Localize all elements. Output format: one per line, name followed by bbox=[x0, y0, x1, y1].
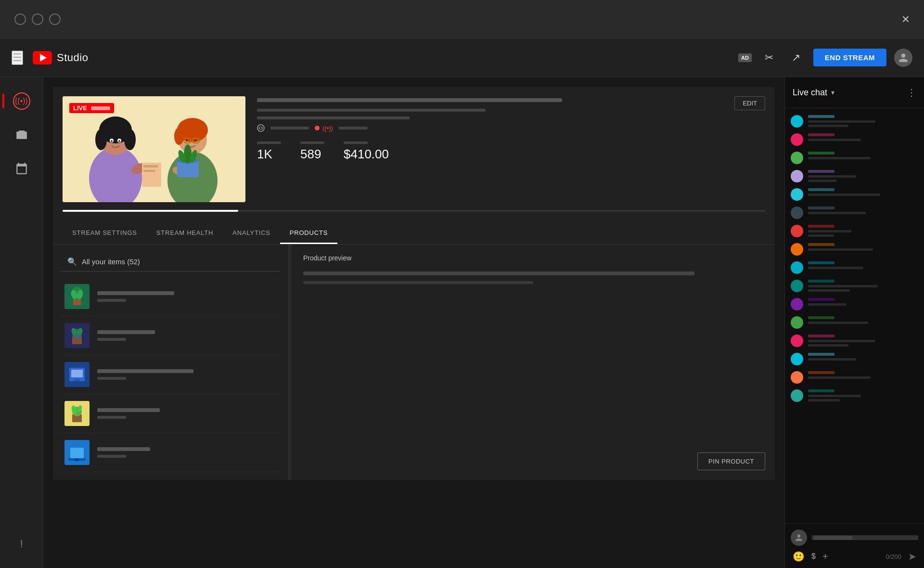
svg-rect-41 bbox=[71, 370, 83, 377]
studio-label: Studio bbox=[57, 52, 88, 64]
chat-avatar bbox=[791, 243, 803, 256]
chat-avatar bbox=[791, 261, 803, 274]
tab-products[interactable]: PRODUCTS bbox=[280, 221, 337, 244]
revenue-value: $410.00 bbox=[344, 147, 389, 162]
product-thumbnail-1 bbox=[64, 284, 90, 309]
end-stream-button[interactable]: END STREAM bbox=[813, 49, 886, 66]
sidebar-item-live[interactable]: ((•)) bbox=[7, 87, 36, 116]
chat-message bbox=[785, 130, 924, 149]
window-close-btn[interactable]: × bbox=[902, 13, 910, 26]
tab-stream-settings[interactable]: STREAM SETTINGS bbox=[63, 221, 147, 244]
chat-message-content bbox=[808, 188, 918, 196]
product-preview-panel: Product preview bbox=[292, 245, 775, 480]
chat-message bbox=[785, 185, 924, 204]
window-chrome: × bbox=[0, 0, 924, 39]
stream-subtitle-placeholder bbox=[257, 109, 486, 112]
product-preview-title: Product preview bbox=[303, 254, 763, 262]
chat-text-bar bbox=[808, 139, 861, 141]
window-minimize-btn[interactable] bbox=[14, 13, 26, 25]
products-content: 🔍 All your items (52) bbox=[53, 245, 775, 480]
stat-viewers: 1K bbox=[257, 142, 281, 162]
chat-name-bar bbox=[808, 316, 834, 319]
chat-input-box[interactable] bbox=[812, 535, 918, 540]
stream-progress-fill bbox=[63, 210, 238, 212]
content-area: LIVE bbox=[43, 77, 784, 568]
sidebar-item-feedback[interactable]: ! bbox=[7, 529, 36, 558]
add-btn[interactable]: + bbox=[822, 551, 828, 562]
chat-name-bar bbox=[808, 280, 834, 283]
live-text: ((•)) bbox=[322, 125, 333, 132]
list-item[interactable] bbox=[61, 316, 281, 355]
list-item[interactable] bbox=[61, 394, 281, 433]
product-thumbnail-2 bbox=[64, 323, 90, 348]
chat-message-content bbox=[808, 298, 918, 306]
window-close-circle-btn[interactable] bbox=[49, 13, 61, 25]
search-text: All your items (52) bbox=[82, 258, 140, 266]
calendar-icon bbox=[15, 162, 28, 175]
chat-text-bar-2 bbox=[808, 234, 834, 237]
chat-dropdown-arrow-icon[interactable]: ▾ bbox=[831, 89, 834, 96]
scissors-icon-btn[interactable]: ✂ bbox=[759, 48, 779, 67]
product-info-5 bbox=[97, 447, 277, 458]
likes-label-bar bbox=[300, 142, 324, 144]
list-item[interactable] bbox=[61, 355, 281, 394]
chat-text-bar bbox=[808, 395, 861, 397]
ad-badge: AD bbox=[738, 53, 752, 62]
tab-stream-health[interactable]: STREAM HEALTH bbox=[147, 221, 223, 244]
chat-text-bar bbox=[808, 120, 875, 123]
stat-likes: 589 bbox=[300, 142, 324, 162]
chat-avatar bbox=[791, 371, 803, 384]
chat-message-content bbox=[808, 243, 918, 251]
chat-text-bar bbox=[808, 358, 856, 361]
pin-product-button[interactable]: PIN PRODUCT bbox=[697, 452, 765, 470]
chat-more-options-btn[interactable]: ⋮ bbox=[907, 87, 916, 98]
chat-avatar bbox=[791, 225, 803, 237]
live-badge: LIVE bbox=[69, 103, 114, 113]
viewers-label-bar bbox=[257, 142, 281, 144]
product-price-bar-5 bbox=[97, 455, 126, 458]
tabs-container: STREAM SETTINGS STREAM HEALTH ANALYTICS … bbox=[53, 221, 775, 245]
superchat-btn[interactable]: $ bbox=[811, 552, 816, 561]
chat-name-bar bbox=[808, 261, 834, 264]
list-item[interactable] bbox=[61, 433, 281, 472]
camera-icon bbox=[15, 129, 28, 141]
chat-text-bar bbox=[808, 194, 880, 196]
menu-icon[interactable]: ☰ bbox=[12, 51, 23, 65]
product-thumbnail-3 bbox=[64, 362, 90, 387]
product-thumbnail-5 bbox=[64, 440, 90, 465]
chat-send-btn[interactable]: ➤ bbox=[908, 551, 916, 562]
chat-text-bar bbox=[808, 322, 868, 324]
chat-message-content bbox=[808, 170, 918, 182]
stream-meta-row: ((•)) bbox=[257, 124, 765, 132]
viewer-count-icon bbox=[257, 124, 265, 132]
chat-avatar bbox=[791, 133, 803, 146]
chat-name-bar bbox=[808, 371, 834, 374]
chat-name-bar bbox=[808, 243, 834, 246]
svg-rect-51 bbox=[75, 458, 79, 461]
stream-thumbnail: LIVE bbox=[63, 96, 245, 202]
svg-point-22 bbox=[194, 140, 196, 142]
products-search-bar[interactable]: 🔍 All your items (52) bbox=[61, 252, 281, 271]
product-image-1 bbox=[64, 284, 90, 309]
product-thumbnail-4 bbox=[64, 401, 90, 426]
live-badge-text: LIVE bbox=[73, 104, 87, 112]
chat-avatar bbox=[791, 188, 803, 201]
chat-name-bar bbox=[808, 353, 834, 356]
chat-message-content bbox=[808, 353, 918, 361]
share-icon-btn[interactable]: ↗ bbox=[786, 48, 806, 67]
sidebar-item-camera[interactable] bbox=[7, 120, 36, 149]
emoji-btn[interactable]: 🙂 bbox=[793, 551, 805, 562]
stream-main: LIVE bbox=[63, 96, 765, 202]
list-item[interactable] bbox=[61, 277, 281, 316]
sidebar-item-calendar[interactable] bbox=[7, 154, 36, 183]
youtube-logo bbox=[33, 51, 52, 65]
user-avatar-btn[interactable] bbox=[894, 49, 912, 67]
product-image-3 bbox=[64, 362, 90, 387]
edit-button[interactable]: EDIT bbox=[734, 96, 765, 110]
chat-message bbox=[785, 112, 924, 130]
window-maximize-btn[interactable] bbox=[32, 13, 43, 25]
product-price-bar-3 bbox=[97, 377, 126, 380]
chat-avatar bbox=[791, 280, 803, 292]
chat-avatar bbox=[791, 353, 803, 365]
tab-analytics[interactable]: ANALYTICS bbox=[223, 221, 280, 244]
